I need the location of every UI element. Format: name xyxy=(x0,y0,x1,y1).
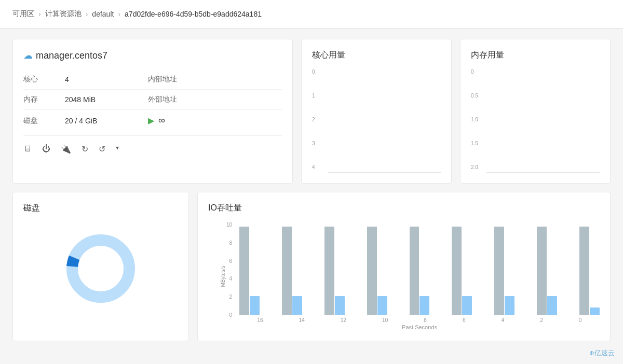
io-bar-group xyxy=(558,222,578,315)
value-internal xyxy=(189,69,282,90)
disk-chart-title: 磁盘 xyxy=(23,203,178,214)
io-bar-group xyxy=(579,222,600,315)
io-bar-group xyxy=(346,222,366,315)
io-bar-grey xyxy=(282,227,292,315)
bottom-row: 磁盘 IO吞吐量 0 2 4 6 8 10 xyxy=(12,192,611,341)
value-external xyxy=(189,90,282,110)
donut-container xyxy=(23,222,178,315)
io-bar-grey xyxy=(367,227,377,315)
value-mem: 2048 MiB xyxy=(65,90,148,110)
cpu-bar-chart: 4 3 2 1 0 xyxy=(312,69,441,173)
io-bar-group xyxy=(494,222,514,315)
io-bar-group xyxy=(516,222,536,315)
breadcrumb-item-0[interactable]: 可用区 xyxy=(12,9,34,19)
io-bars xyxy=(239,222,600,315)
action-bar: 🖥 ⏻ 🔌 ↻ ↺ ▾ xyxy=(23,135,282,154)
io-y-label: MBytes/s xyxy=(220,265,226,287)
label-internal: 内部地址 xyxy=(148,69,189,90)
cpu-chart-title: 核心用量 xyxy=(312,50,441,61)
io-x-axis: 1614121086420 xyxy=(239,317,600,323)
io-bar-group xyxy=(410,222,430,315)
monitor-icon[interactable]: 🖥 xyxy=(23,144,32,154)
io-bar-group xyxy=(367,222,387,315)
breadcrumb-item-1[interactable]: 计算资源池 xyxy=(45,9,82,19)
mem-bars xyxy=(486,170,600,171)
mem-bar-chart: 2.0 1.5 1.0 0.5 0 xyxy=(471,69,600,173)
table-row: 磁盘 20 / 4 GiB ▶ ∞ xyxy=(23,110,282,132)
io-card: IO吞吐量 0 2 4 6 8 10 MBytes/s 161412108642… xyxy=(197,192,611,341)
cpu-x-axis-line xyxy=(328,172,441,173)
mem-chart-container: 2.0 1.5 1.0 0.5 0 xyxy=(471,69,600,173)
more-dropdown[interactable]: ▾ xyxy=(116,144,119,154)
io-bar-grey xyxy=(537,227,547,315)
label-disk: 磁盘 xyxy=(23,110,65,132)
io-bar-grey xyxy=(579,227,589,315)
play-icon[interactable]: ▶ xyxy=(148,116,154,125)
breadcrumb-sep-1: › xyxy=(86,10,88,18)
svg-point-0 xyxy=(72,240,129,297)
io-bar-blue xyxy=(292,296,302,315)
io-bar-blue xyxy=(505,296,514,315)
io-bar-grey xyxy=(324,227,334,315)
io-bar-group xyxy=(303,222,323,315)
breadcrumb-item-2[interactable]: default xyxy=(92,10,114,18)
disk-card: 磁盘 xyxy=(12,192,189,341)
infinity-icon: ∞ xyxy=(158,115,165,126)
refresh1-icon[interactable]: ↻ xyxy=(82,144,88,154)
cpu-bars xyxy=(328,170,441,171)
io-bar-blue xyxy=(419,296,429,315)
server-name-text: manager.centos7 xyxy=(36,50,107,61)
donut-chart xyxy=(59,227,142,310)
io-bar-grey xyxy=(494,227,504,315)
cloud-icon: ☁ xyxy=(23,50,33,61)
server-name: ☁ manager.centos7 xyxy=(23,50,282,61)
io-bar-group xyxy=(537,222,557,315)
label-external: 外部地址 xyxy=(148,90,189,110)
io-bar-group xyxy=(261,222,281,315)
io-bar-grey xyxy=(452,227,462,315)
mem-y-axis: 2.0 1.5 1.0 0.5 0 xyxy=(471,69,486,171)
io-bar-group xyxy=(452,222,472,315)
label-mem: 内存 xyxy=(23,90,65,110)
value-core: 4 xyxy=(65,69,148,90)
plug-icon[interactable]: 🔌 xyxy=(61,144,71,154)
info-table: 核心 4 内部地址 内存 2048 MiB 外部地址 磁盘 20 / 4 GiB xyxy=(23,69,282,131)
value-disk: 20 / 4 GiB xyxy=(65,110,148,132)
io-bar-blue xyxy=(462,296,472,315)
cpu-card: 核心用量 4 3 2 1 0 xyxy=(301,39,452,184)
io-bar-blue xyxy=(377,296,387,315)
io-bar-group xyxy=(473,222,493,315)
breadcrumb: 可用区 › 计算资源池 › default › a7d02fde-e696-4d… xyxy=(0,0,623,29)
cpu-y-axis: 4 3 2 1 0 xyxy=(312,69,328,171)
label-core: 核心 xyxy=(23,69,65,90)
cpu-chart-area: 4 3 2 1 0 xyxy=(312,69,441,171)
mem-x-axis-line xyxy=(486,172,600,173)
io-bar-group xyxy=(388,222,409,315)
io-x-label: Past Seconds xyxy=(239,324,600,330)
io-chart-wrapper: 0 2 4 6 8 10 MBytes/s 1614121086420 Past… xyxy=(208,222,600,330)
info-card: ☁ manager.centos7 核心 4 内部地址 内存 2048 MiB … xyxy=(12,39,293,184)
mem-card: 内存用量 2.0 1.5 1.0 0.5 0 xyxy=(460,39,611,184)
breadcrumb-sep-0: › xyxy=(38,10,41,18)
table-row: 内存 2048 MiB 外部地址 xyxy=(23,90,282,110)
io-bar-blue xyxy=(250,296,260,315)
io-bar-group xyxy=(324,222,345,315)
io-bar-grey xyxy=(410,227,419,315)
mem-chart-title: 内存用量 xyxy=(471,50,600,61)
power-icon[interactable]: ⏻ xyxy=(42,144,50,154)
io-bar-blue xyxy=(335,296,345,315)
io-bar-blue xyxy=(547,296,557,315)
io-bar-group xyxy=(282,222,302,315)
disk-actions: ▶ ∞ xyxy=(148,115,282,126)
refresh2-icon[interactable]: ↺ xyxy=(99,144,105,154)
table-row: 核心 4 内部地址 xyxy=(23,69,282,90)
breadcrumb-item-3: a7d02fde-e696-4d59-b5db-e9add624a181 xyxy=(125,10,262,18)
io-bar-group xyxy=(239,222,260,315)
io-bar-blue xyxy=(590,307,600,315)
breadcrumb-sep-2: › xyxy=(118,10,120,18)
mem-chart-area: 2.0 1.5 1.0 0.5 0 xyxy=(471,69,600,171)
top-row: ☁ manager.centos7 核心 4 内部地址 内存 2048 MiB … xyxy=(12,39,611,184)
watermark: ⊕亿速云 xyxy=(589,348,615,352)
cpu-chart-container: 4 3 2 1 0 xyxy=(312,69,441,173)
io-chart-title: IO吞吐量 xyxy=(208,203,600,214)
